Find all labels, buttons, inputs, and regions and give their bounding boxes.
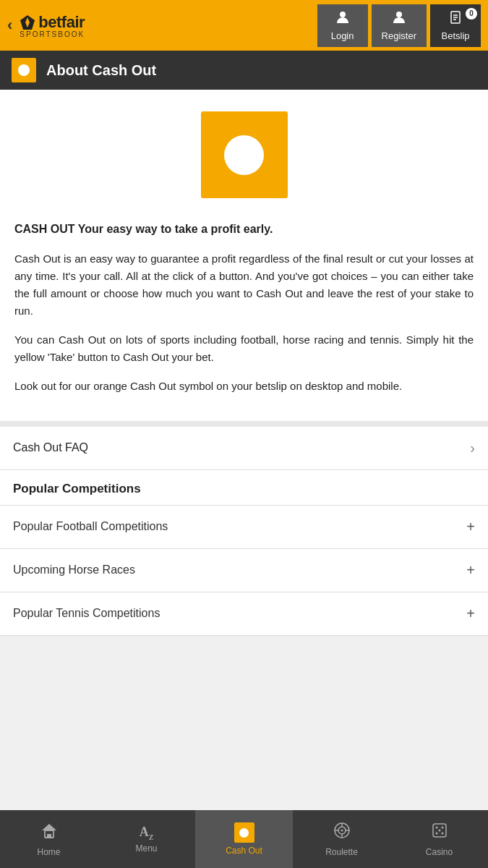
competition-football-label: Popular Football Competitions	[13, 520, 168, 533]
cashout-big-symbol	[14, 111, 474, 198]
cashout-paragraph2: You can Cash Out on lots of sports inclu…	[14, 331, 474, 366]
header: ‹ betfair SPORTSBOOK Login Register	[0, 0, 488, 51]
login-button[interactable]: Login	[317, 4, 368, 47]
cashout-paragraph1: Cash Out is an easy way to guarantee a p…	[14, 250, 474, 320]
svg-rect-9	[47, 834, 51, 838]
logo: betfair SPORTSBOOK	[20, 13, 85, 38]
register-label: Register	[382, 30, 416, 41]
logo-text: betfair	[38, 13, 85, 32]
svg-point-19	[441, 827, 443, 829]
nav-casino-label: Casino	[426, 847, 453, 857]
popular-section-title: Popular Competitions	[13, 482, 141, 495]
competition-horse[interactable]: Upcoming Horse Races +	[0, 549, 488, 592]
logo-diamond-icon	[20, 14, 35, 30]
header-buttons: Login Register 0 Betslip	[317, 4, 481, 47]
casino-icon	[430, 821, 449, 844]
nav-menu-label: Menu	[135, 843, 157, 854]
betslip-count: 0	[466, 8, 477, 20]
betslip-icon	[448, 10, 463, 28]
competition-tennis-label: Popular Tennis Competitions	[13, 607, 160, 620]
cashout-big-box	[201, 111, 288, 198]
logo-top: betfair	[20, 13, 85, 32]
bottom-nav: Home AZ Menu Cash Out Roulette	[0, 810, 488, 868]
svg-point-22	[438, 830, 440, 832]
nav-roulette-label: Roulette	[325, 847, 358, 857]
cashout-headline: CASH OUT Your easy way to take a profit …	[14, 220, 474, 239]
main-content: CASH OUT Your easy way to take a profit …	[0, 90, 488, 421]
menu-icon: AZ	[140, 825, 154, 841]
competition-tennis[interactable]: Popular Tennis Competitions +	[0, 592, 488, 636]
betslip-button[interactable]: 0 Betslip	[430, 4, 481, 47]
cashout-symbol-small	[12, 58, 36, 82]
popular-section-header: Popular Competitions	[0, 470, 488, 506]
nav-cashout-label: Cash Out	[226, 846, 262, 856]
login-label: Login	[331, 30, 354, 41]
competition-football[interactable]: Popular Football Competitions +	[0, 506, 488, 549]
competition-horse-label: Upcoming Horse Races	[13, 563, 135, 576]
nav-home-label: Home	[37, 847, 60, 857]
nav-home[interactable]: Home	[0, 810, 98, 868]
register-icon	[392, 10, 406, 28]
nav-cashout[interactable]: Cash Out	[195, 810, 293, 868]
bottom-spacer	[0, 636, 488, 701]
svg-point-12	[341, 830, 343, 832]
register-button[interactable]: Register	[372, 4, 427, 47]
cashout-inner-circle-small	[18, 64, 30, 76]
login-icon	[335, 10, 350, 28]
competition-football-plus-icon: +	[466, 519, 475, 535]
nav-menu[interactable]: AZ Menu	[98, 810, 195, 868]
svg-point-21	[441, 833, 443, 835]
competition-tennis-plus-icon: +	[466, 605, 475, 622]
roulette-icon	[333, 821, 351, 844]
competition-horse-plus-icon: +	[466, 562, 475, 579]
betslip-label: Betslip	[441, 30, 469, 41]
cashout-paragraph3: Look out for our orange Cash Out symbol …	[14, 378, 474, 395]
text-content: CASH OUT Your easy way to take a profit …	[14, 220, 474, 395]
section-divider	[0, 421, 488, 427]
home-icon	[40, 821, 59, 844]
page-title: About Cash Out	[46, 62, 156, 79]
svg-point-18	[435, 827, 437, 829]
cashout-big-circle	[224, 135, 264, 175]
svg-point-3	[396, 12, 402, 17]
back-button[interactable]: ‹	[7, 16, 12, 35]
svg-point-20	[435, 833, 437, 835]
faq-label: Cash Out FAQ	[13, 441, 88, 454]
nav-casino[interactable]: Casino	[390, 810, 488, 868]
faq-row[interactable]: Cash Out FAQ ›	[0, 427, 488, 470]
page-title-bar: About Cash Out	[0, 51, 488, 90]
svg-point-2	[340, 12, 346, 17]
logo-subtext: SPORTSBOOK	[20, 30, 85, 38]
cashout-nav-icon	[234, 822, 254, 843]
header-left: ‹ betfair SPORTSBOOK	[7, 13, 85, 38]
faq-chevron-icon: ›	[470, 440, 475, 456]
nav-roulette[interactable]: Roulette	[293, 810, 390, 868]
